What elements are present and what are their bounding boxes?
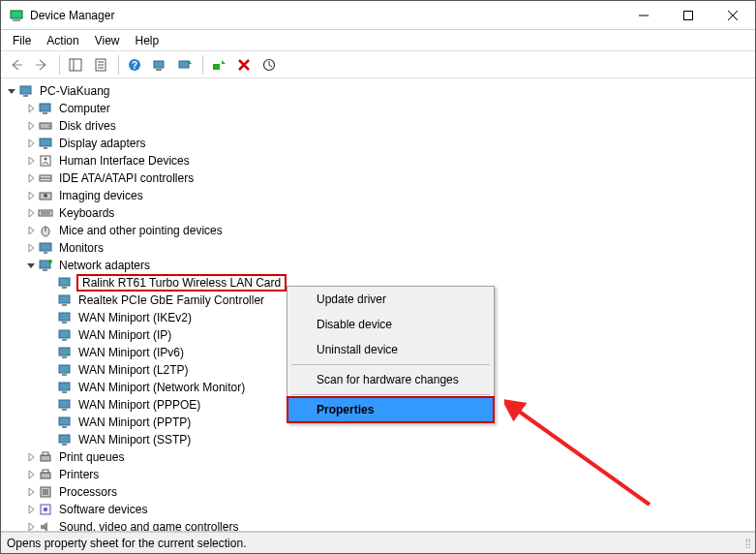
help-button[interactable]: ? bbox=[123, 53, 146, 77]
tree-device-label: WAN Miniport (PPPOE) bbox=[76, 398, 202, 412]
tree-root-label: PC-ViaKuang bbox=[38, 84, 112, 98]
minimize-button[interactable] bbox=[621, 1, 666, 30]
expand-icon[interactable] bbox=[24, 224, 38, 237]
show-hide-console-button[interactable] bbox=[64, 53, 87, 77]
menu-help[interactable]: Help bbox=[128, 32, 167, 49]
network-adapter-icon bbox=[57, 292, 73, 308]
svg-rect-70 bbox=[43, 489, 48, 495]
expand-icon[interactable] bbox=[24, 520, 38, 532]
category-icon bbox=[38, 118, 53, 134]
tree-category[interactable]: Display adapters bbox=[20, 135, 755, 152]
svg-line-73 bbox=[514, 408, 650, 505]
tree-category-label: Printers bbox=[57, 468, 101, 481]
toolbar: ? bbox=[1, 51, 755, 78]
expand-icon[interactable] bbox=[24, 259, 38, 272]
properties-button[interactable] bbox=[89, 53, 112, 77]
expand-icon[interactable] bbox=[24, 102, 38, 115]
tree-category[interactable]: IDE ATA/ATAPI controllers bbox=[20, 169, 755, 187]
svg-rect-62 bbox=[62, 426, 67, 428]
svg-rect-24 bbox=[43, 112, 47, 114]
context-menu-item[interactable]: Update driver bbox=[287, 287, 494, 312]
category-icon bbox=[38, 223, 53, 238]
expand-icon[interactable] bbox=[24, 485, 38, 499]
tree-category-label: Software devices bbox=[57, 503, 149, 516]
expand-icon[interactable] bbox=[24, 119, 38, 133]
svg-point-72 bbox=[44, 508, 47, 511]
tree-category[interactable]: Network adapters bbox=[20, 257, 755, 274]
svg-rect-15 bbox=[156, 69, 162, 71]
scan-changes-button[interactable] bbox=[257, 53, 281, 77]
network-adapter-icon bbox=[57, 310, 73, 325]
window-title: Device Manager bbox=[30, 9, 621, 22]
tree-category[interactable]: Disk drives bbox=[20, 117, 755, 135]
context-menu-separator bbox=[291, 394, 490, 395]
expand-icon[interactable] bbox=[24, 171, 38, 185]
tree-category-label: Human Interface Devices bbox=[57, 154, 192, 168]
menu-action[interactable]: Action bbox=[39, 32, 86, 49]
svg-point-30 bbox=[45, 158, 47, 161]
forward-button[interactable] bbox=[30, 53, 53, 77]
expand-icon[interactable] bbox=[24, 137, 38, 150]
tree-category[interactable]: Mice and other pointing devices bbox=[20, 222, 755, 239]
menu-view[interactable]: View bbox=[87, 32, 128, 49]
expand-icon[interactable] bbox=[24, 468, 38, 481]
svg-rect-1 bbox=[13, 19, 20, 21]
svg-rect-6 bbox=[70, 59, 81, 71]
device-manager-window: Device Manager File Action View Help ? P… bbox=[0, 0, 756, 554]
network-adapter-icon bbox=[57, 362, 73, 378]
svg-rect-23 bbox=[40, 104, 50, 111]
tree-category[interactable]: Imaging devices bbox=[20, 187, 755, 204]
back-button[interactable] bbox=[5, 53, 28, 77]
expand-icon[interactable] bbox=[24, 189, 38, 202]
scan-hardware-button[interactable] bbox=[148, 53, 171, 77]
tree-device-label: WAN Miniport (IPv6) bbox=[76, 346, 186, 359]
context-menu-item[interactable]: Properties bbox=[287, 397, 494, 422]
category-icon bbox=[38, 502, 53, 517]
category-icon bbox=[38, 484, 53, 500]
svg-rect-63 bbox=[59, 435, 70, 443]
tree-category[interactable]: Monitors bbox=[20, 239, 755, 257]
device-tree-panel[interactable]: PC-ViaKuangComputerDisk drivesDisplay ad… bbox=[1, 78, 755, 532]
svg-rect-51 bbox=[59, 330, 70, 338]
update-driver-button[interactable] bbox=[173, 53, 197, 77]
svg-point-44 bbox=[48, 260, 52, 263]
network-adapter-icon bbox=[57, 380, 73, 395]
tree-category[interactable]: Human Interface Devices bbox=[20, 152, 755, 169]
context-menu-item[interactable]: Disable device bbox=[287, 312, 494, 337]
context-menu-separator bbox=[291, 364, 490, 365]
svg-rect-55 bbox=[59, 365, 70, 373]
uninstall-device-button[interactable] bbox=[232, 53, 256, 77]
expand-icon[interactable] bbox=[24, 503, 38, 516]
statusbar: Opens property sheet for the current sel… bbox=[1, 532, 755, 553]
network-adapter-icon bbox=[57, 415, 73, 430]
svg-rect-67 bbox=[41, 473, 50, 478]
maximize-button[interactable] bbox=[666, 1, 711, 30]
context-menu-item[interactable]: Uninstall device bbox=[287, 337, 494, 362]
svg-rect-48 bbox=[62, 304, 67, 306]
menu-file[interactable]: File bbox=[5, 32, 39, 49]
svg-rect-21 bbox=[20, 86, 31, 94]
expand-icon[interactable] bbox=[24, 154, 38, 168]
tree-category[interactable]: Computer bbox=[20, 100, 755, 117]
svg-point-34 bbox=[44, 194, 47, 198]
svg-rect-40 bbox=[40, 243, 51, 251]
expand-icon[interactable] bbox=[5, 84, 18, 98]
tree-category[interactable]: Keyboards bbox=[20, 204, 755, 222]
category-icon bbox=[38, 205, 53, 221]
tree-category[interactable]: Sound, video and game controllers bbox=[20, 518, 755, 532]
svg-rect-43 bbox=[43, 269, 47, 271]
category-icon bbox=[38, 188, 53, 203]
expand-icon[interactable] bbox=[24, 241, 38, 255]
resize-grip[interactable]: ⣿ bbox=[744, 538, 749, 548]
enable-device-button[interactable] bbox=[207, 53, 230, 77]
tree-device-label: Ralink RT61 Turbo Wireless LAN Card bbox=[76, 274, 287, 292]
svg-point-26 bbox=[48, 125, 50, 127]
status-text: Opens property sheet for the current sel… bbox=[7, 537, 246, 550]
tree-root-node[interactable]: PC-ViaKuang bbox=[1, 82, 755, 100]
category-icon bbox=[38, 101, 53, 116]
network-adapter-icon bbox=[57, 345, 73, 360]
expand-icon[interactable] bbox=[24, 450, 38, 464]
context-menu-item[interactable]: Scan for hardware changes bbox=[287, 367, 494, 392]
close-button[interactable] bbox=[711, 1, 755, 30]
expand-icon[interactable] bbox=[24, 206, 38, 220]
